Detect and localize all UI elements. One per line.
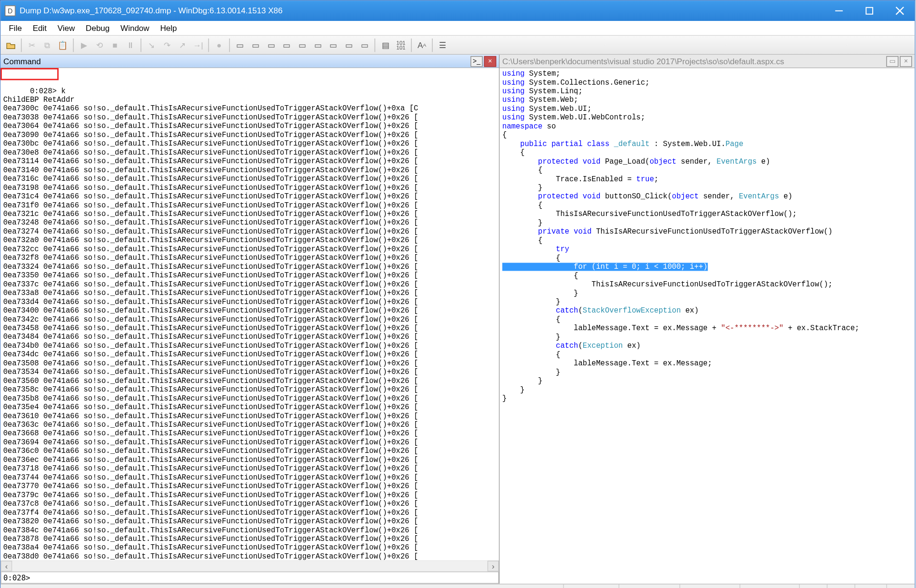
close-button[interactable] xyxy=(884,1,915,20)
dock-icon[interactable]: ▭ xyxy=(886,56,899,67)
status-thread: Thrd 028:1928 xyxy=(739,584,799,588)
break-button: ⏸ xyxy=(123,38,138,52)
toolbar-separator xyxy=(73,38,73,51)
pane-close-button[interactable]: × xyxy=(900,56,912,67)
binary-mode-button[interactable]: 101101 xyxy=(393,38,408,52)
svg-rect-1 xyxy=(866,8,872,14)
source-pane: C:\Users\benperk\documents\visual studio… xyxy=(499,55,915,584)
run-to-cursor-button: →| xyxy=(190,38,205,52)
toolbar: ✂ ⧉ 📋 ▶ ⟲ ■ ⏸ ↘ ↷ ↗ →| ● ▭ ▭ ▭ ▭ ▭ ▭ ▭ ▭… xyxy=(0,36,915,55)
source-pane-title-bar[interactable]: C:\Users\benperk\documents\visual studio… xyxy=(499,55,915,68)
copy-button: ⧉ xyxy=(40,38,55,52)
source-mode-button[interactable]: ▤ xyxy=(378,38,393,52)
step-over-button: ↷ xyxy=(159,38,174,52)
scratch-window-button[interactable]: ▭ xyxy=(341,38,356,52)
restart-button: ⟲ xyxy=(92,38,107,52)
window-title: Dump D:\w3wp.exe_170628_092740.dmp - Win… xyxy=(20,6,823,16)
toolbar-separator xyxy=(411,38,411,51)
status-ovr: OVR xyxy=(827,584,855,588)
toolbar-separator xyxy=(375,38,375,51)
command-output[interactable]: 0:028> k ChildEBP RetAddr 0ea7300c 0e741… xyxy=(0,68,499,560)
paste-button: 📋 xyxy=(55,38,70,52)
status-process: Proc 000:24b8 xyxy=(679,584,739,588)
disasm-window-button[interactable]: ▭ xyxy=(326,38,340,52)
scroll-right-icon[interactable]: › xyxy=(488,561,499,572)
status-bar: Ln 28, Col 35 Sys 0:D:\w3wp Proc 000:24b… xyxy=(0,584,915,588)
locals-window-button[interactable]: ▭ xyxy=(264,38,279,52)
menu-bar: File Edit View Debug Window Help xyxy=(0,21,915,36)
command-window-button[interactable]: ▭ xyxy=(232,38,247,52)
toolbar-separator xyxy=(229,38,229,51)
status-position: Ln 28, Col 35 xyxy=(563,584,619,588)
step-into-button: ↘ xyxy=(144,38,159,52)
processes-window-button[interactable]: ▭ xyxy=(357,38,372,52)
breakpoint-button: ● xyxy=(211,38,226,52)
command-prompt: 0:028> xyxy=(3,573,30,582)
command-input[interactable] xyxy=(33,573,496,582)
dock-icon[interactable]: >_ xyxy=(470,56,483,67)
font-button[interactable]: AA xyxy=(414,38,429,52)
app-window: D Dump D:\w3wp.exe_170628_092740.dmp - W… xyxy=(0,0,916,588)
toolbar-separator xyxy=(21,38,21,51)
menu-edit[interactable]: Edit xyxy=(27,22,52,34)
step-out-button: ↗ xyxy=(175,38,190,52)
toolbar-separator xyxy=(208,38,209,51)
maximize-button[interactable] xyxy=(854,1,884,20)
callstack-window-button[interactable]: ▭ xyxy=(310,38,325,52)
cut-button: ✂ xyxy=(24,38,39,52)
menu-help[interactable]: Help xyxy=(155,22,182,34)
horizontal-scrollbar[interactable]: ‹ › xyxy=(0,560,499,571)
menu-debug[interactable]: Debug xyxy=(80,22,115,34)
minimize-button[interactable] xyxy=(824,1,854,20)
content-area: Command >_ × 0:028> k ChildEBP RetAddr 0… xyxy=(0,55,915,584)
registers-window-button[interactable]: ▭ xyxy=(279,38,294,52)
app-icon: D xyxy=(5,5,16,16)
menu-file[interactable]: File xyxy=(3,22,27,34)
highlight-box xyxy=(0,68,59,80)
toolbar-separator xyxy=(140,38,141,51)
status-num: NUM xyxy=(886,584,915,588)
pane-close-button[interactable]: × xyxy=(484,56,497,67)
source-pane-title: C:\Users\benperk\documents\visual studio… xyxy=(502,57,885,66)
scroll-track[interactable] xyxy=(12,561,488,572)
menu-window[interactable]: Window xyxy=(115,22,155,34)
open-button[interactable] xyxy=(3,38,18,52)
go-button: ▶ xyxy=(76,38,91,52)
command-input-bar: 0:028> xyxy=(0,571,499,584)
stop-button: ■ xyxy=(108,38,122,52)
command-pane: Command >_ × 0:028> k ChildEBP RetAddr 0… xyxy=(0,55,499,584)
source-code[interactable]: using System;using System.Collections.Ge… xyxy=(499,68,915,583)
command-pane-title-bar[interactable]: Command >_ × xyxy=(0,55,499,68)
command-pane-title: Command xyxy=(3,57,469,66)
status-caps: CAPS xyxy=(855,584,886,588)
toolbar-separator xyxy=(432,38,432,51)
menu-view[interactable]: View xyxy=(52,22,80,34)
watch-window-button[interactable]: ▭ xyxy=(248,38,263,52)
status-system: Sys 0:D:\w3wp xyxy=(619,584,679,588)
memory-window-button[interactable]: ▭ xyxy=(295,38,309,52)
status-asm: ASM xyxy=(799,584,827,588)
options-button[interactable]: ☰ xyxy=(435,38,450,52)
title-bar[interactable]: D Dump D:\w3wp.exe_170628_092740.dmp - W… xyxy=(0,0,915,21)
scroll-left-icon[interactable]: ‹ xyxy=(0,561,12,572)
